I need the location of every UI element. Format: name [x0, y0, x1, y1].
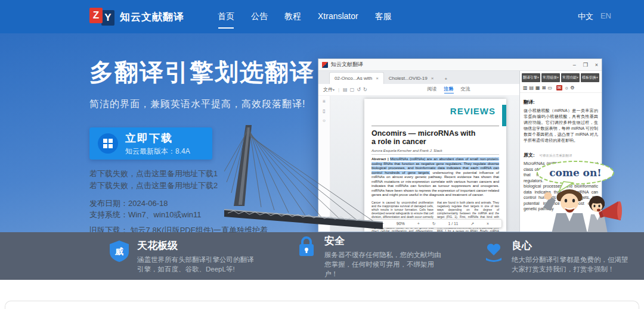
paper-title-line2: a role in cancer: [371, 138, 499, 146]
language-switcher: 中文 EN: [578, 11, 611, 22]
translation-output: 微小核糖核酸（miRNA）是一类丰富的非蛋白编码小核糖核酸，具有负性基因调控功能…: [524, 108, 598, 143]
mode-tab-discuss[interactable]: 交流: [461, 86, 470, 93]
panel-tab-links[interactable]: 常用链接▾: [541, 73, 560, 82]
file-action-icons[interactable]: ▤▢↺↻: [343, 87, 370, 92]
feature-desc: 绝大部分翻译引擎都是免费的，但渴望大家打赏支持我们，打赏非强制！: [512, 255, 634, 274]
tab-close-icon[interactable]: ×: [376, 76, 379, 81]
feature-desc: 涵盖世界所有头部翻译引擎公司的翻译引擎，如百度、谷歌、DeepL等!: [137, 255, 259, 274]
mirror-link-2[interactable]: 若下载失败，点击这里备用地址下载2: [89, 180, 315, 192]
mode-tab-annotate[interactable]: 注释: [444, 86, 454, 93]
zoom-out-icon[interactable]: −: [382, 221, 384, 226]
chevron-down-icon: ▾: [537, 76, 539, 79]
svg-text:威: 威: [114, 246, 123, 256]
layout-icons[interactable]: ▥▤▦⊠▭: [523, 85, 554, 90]
source-label: 原文:: [524, 152, 535, 158]
journal-banner: REVIEWS: [369, 106, 496, 116]
main-nav: 首页 公告 教程 Xtranslator 客服: [209, 0, 400, 33]
minimize-button[interactable]: –: [573, 62, 576, 68]
feature-title: 安全: [324, 234, 447, 248]
pdf-page[interactable]: REVIEWS Oncomirs — microRNAs with a role…: [364, 99, 506, 232]
document-tab-active[interactable]: 02-Onco...As with ×: [329, 72, 384, 84]
windows-logo-icon: [98, 133, 118, 154]
expand-icon[interactable]: ↗: [470, 221, 474, 226]
features-section: 威 天花板级 涵盖世界所有头部翻译引擎公司的翻译引擎，如百度、谷歌、DeepL等…: [0, 232, 644, 280]
hero-subtitle: 简洁的界面，兼顾英语水平提高，高效段落翻译!: [89, 98, 315, 111]
app-titlebar[interactable]: 知云文献翻译 – ❒ ×: [318, 59, 602, 71]
hero-section: 多翻译引擎划选翻译 简洁的界面，兼顾英语水平提高，高效段落翻译! 立即下载 知云…: [0, 33, 644, 232]
chevron-down-icon: ▾: [596, 76, 598, 79]
page-indicator: 1 / 11: [448, 221, 458, 226]
app-window: 知云文献翻译 – ❒ × 02-Onco...As with × Cholest…: [318, 58, 602, 232]
file-menu[interactable]: 文件: [323, 86, 333, 93]
pdf-sidebar: ≡ ▯ ○: [318, 96, 330, 232]
pdf-floating-toolbar: − 90% + ↻ 1 / 11 ↗ ×: [369, 219, 502, 228]
zy-logo-icon: Z Y: [89, 8, 114, 26]
footer-section: [0, 280, 644, 309]
nav-item-xtranslator[interactable]: Xtranslator: [309, 0, 367, 33]
feature-security: 安全 服务器不缓存任何隐私，您的文献均由您掌握，任何时候可弃用，不绑架用户！: [296, 234, 447, 279]
release-date: 发布日期：2024-06-18: [89, 198, 315, 209]
download-version: 知云最新版本：8.4A: [125, 146, 190, 157]
translation-panel: 翻译引擎▾ 常用链接▾ 常用功能▾ 模板切换▾ ▥▤▦⊠▭ ✉ ☼ ⚙ 翻译: …: [519, 71, 602, 232]
download-label: 立即下载: [125, 131, 190, 145]
lock-icon: [296, 235, 317, 258]
paper-title-line1: Oncomirs — microRNAs with: [371, 129, 499, 138]
close-button[interactable]: ×: [595, 62, 598, 68]
app-window-title: 知云文献翻译: [331, 61, 363, 68]
zoom-level: 90%: [397, 221, 405, 226]
logo-z-square: Z: [89, 8, 103, 23]
source-text[interactable]: MicroRNAs (miRNAs) are an abundant class…: [524, 161, 598, 212]
feature-title: 天花板级: [137, 239, 259, 252]
nav-item-home[interactable]: 首页: [209, 0, 243, 33]
mode-tab-read[interactable]: 阅读: [428, 86, 437, 93]
document-tab-inactive[interactable]: Cholest...OVID-19 ×: [384, 72, 439, 84]
footer-card-edge: [5, 301, 639, 309]
search-icon[interactable]: ○: [323, 118, 326, 123]
paper-abstract[interactable]: Abstract | MicroRNAs (miRNAs) are an abu…: [371, 157, 499, 198]
feature-desc: 服务器不缓存任何隐私，您的文献均由您掌握，任何时候可弃用，不绑架用户！: [324, 250, 447, 279]
download-button[interactable]: 立即下载 知云最新版本：8.4A: [89, 127, 212, 160]
new-tab-button[interactable]: +: [444, 76, 447, 84]
tab-close-icon[interactable]: ×: [431, 76, 434, 81]
hero-title: 多翻译引擎划选翻译: [89, 56, 315, 89]
chevron-down-icon: ▾: [333, 88, 335, 92]
source-hint: 可修改后点击重新翻译: [539, 154, 572, 157]
mirror-link-1[interactable]: 若下载失败，点击这里备用地址下载1: [89, 168, 315, 180]
panel-tab-engines[interactable]: 翻译引擎▾: [522, 73, 540, 82]
feature-title: 良心: [512, 239, 634, 252]
zoom-in-icon[interactable]: +: [417, 221, 420, 226]
bookmark-icon[interactable]: ▯: [323, 108, 325, 114]
top-navbar: Z Y 知云文献翻译 首页 公告 教程 Xtranslator 客服 中文 EN: [0, 0, 644, 33]
chevron-down-icon: ▾: [557, 76, 559, 79]
heart-hand-icon: [484, 240, 504, 263]
site-title: 知云文献翻译: [120, 10, 184, 24]
toolbar-close-icon[interactable]: ×: [487, 221, 489, 226]
rotate-icon[interactable]: ↻: [432, 221, 436, 226]
lang-chinese[interactable]: 中文: [578, 11, 593, 22]
app-icon: [322, 62, 328, 68]
site-logo[interactable]: Z Y 知云文献翻译: [89, 8, 184, 26]
settings-icons[interactable]: ☼ ⚙: [565, 85, 575, 90]
supported-systems: 支持系统：Win7、win10或win11: [89, 209, 315, 220]
thumbnails-icon[interactable]: ≡: [323, 99, 326, 104]
pdf-viewer-area: REVIEWS Oncomirs — microRNAs with a role…: [330, 96, 519, 232]
feature-coverage: 威 天花板级 涵盖世界所有头部翻译引擎公司的翻译引擎，如百度、谷歌、DeepL等…: [109, 239, 259, 274]
feature-conscience: 良心 绝大部分翻译引擎都是免费的，但渴望大家打赏支持我们，打赏非强制！: [484, 239, 634, 274]
journal-edge-tag: [502, 105, 506, 126]
lang-english[interactable]: EN: [600, 11, 611, 22]
maximize-button[interactable]: ❒: [583, 62, 588, 68]
nav-item-support[interactable]: 客服: [367, 0, 400, 33]
nav-item-tutorials[interactable]: 教程: [276, 0, 309, 33]
panel-tab-templates[interactable]: 模板切换▾: [581, 73, 599, 82]
logo-y-square: Y: [101, 10, 114, 26]
mail-icon[interactable]: ✉: [556, 85, 562, 90]
chevron-down-icon: ▾: [577, 76, 578, 79]
translation-label: 翻译:: [524, 99, 535, 105]
nav-item-announcements[interactable]: 公告: [243, 0, 276, 33]
shield-icon: 威: [109, 240, 129, 263]
paper-authors: Aurora Esquela-Kerscher and Frank J. Sla…: [371, 149, 499, 155]
panel-tab-functions[interactable]: 常用功能▾: [561, 73, 580, 82]
